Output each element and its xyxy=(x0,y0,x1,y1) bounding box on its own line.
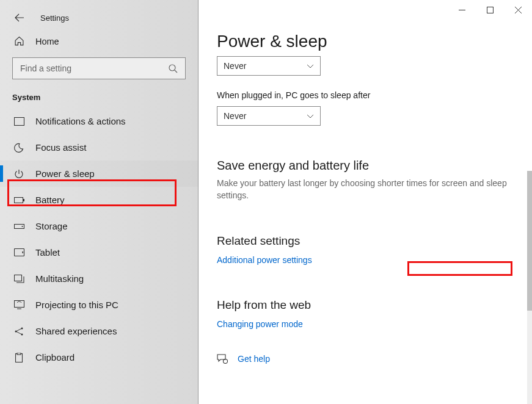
link-changing-power-mode[interactable]: Changing power mode xyxy=(217,319,303,329)
search-input[interactable] xyxy=(12,57,186,79)
link-get-help[interactable]: Get help xyxy=(238,354,270,364)
sidebar-item-storage[interactable]: Storage xyxy=(0,213,198,239)
sidebar-item-label: Notifications & actions xyxy=(35,116,126,126)
screen-sleep-dropdown[interactable]: Never xyxy=(217,56,321,76)
sidebar: Settings Home System Notifications & act… xyxy=(0,0,199,404)
sidebar-category: System xyxy=(0,87,198,108)
sidebar-item-multitasking[interactable]: Multitasking xyxy=(0,265,198,292)
sidebar-item-label: Power & sleep xyxy=(35,168,95,179)
section-desc-energy: Make your battery last longer by choosin… xyxy=(217,178,510,201)
svg-rect-16 xyxy=(487,7,493,13)
svg-rect-8 xyxy=(14,275,21,281)
svg-rect-14 xyxy=(17,353,21,355)
sidebar-item-focus-assist[interactable]: Focus assist xyxy=(0,134,198,161)
highlight-link xyxy=(407,261,512,276)
back-button[interactable] xyxy=(13,12,26,24)
home-icon xyxy=(13,36,24,46)
sidebar-item-label: Clipboard xyxy=(35,352,75,363)
sidebar-item-label: Shared experiences xyxy=(35,326,117,336)
sleep-plugged-dropdown[interactable]: Never xyxy=(217,106,321,126)
chevron-down-icon xyxy=(307,64,314,68)
multitasking-icon xyxy=(13,275,24,283)
storage-icon xyxy=(13,224,24,229)
svg-rect-13 xyxy=(16,353,23,362)
sidebar-item-projecting[interactable]: Projecting to this PC xyxy=(0,292,198,318)
section-title-energy: Save energy and battery life xyxy=(217,159,532,173)
sidebar-item-label: Storage xyxy=(35,221,68,231)
notifications-icon xyxy=(13,117,24,126)
svg-rect-7 xyxy=(22,251,23,253)
sidebar-item-battery[interactable]: Battery xyxy=(0,187,198,213)
main-content: Power & sleep Never When plugged in, PC … xyxy=(199,0,532,404)
search-field[interactable] xyxy=(20,63,168,73)
link-additional-power[interactable]: Additional power settings xyxy=(217,255,312,265)
svg-rect-15 xyxy=(459,10,465,10)
shared-icon xyxy=(13,326,24,336)
power-icon xyxy=(13,169,24,179)
sidebar-item-label: Multitasking xyxy=(35,273,84,284)
sidebar-item-tablet[interactable]: Tablet xyxy=(0,239,198,265)
search-icon xyxy=(168,63,178,73)
moon-icon xyxy=(13,143,24,153)
sidebar-item-notifications[interactable]: Notifications & actions xyxy=(0,108,198,134)
chat-icon xyxy=(217,354,229,364)
dropdown-value: Never xyxy=(224,111,246,121)
sidebar-item-clipboard[interactable]: Clipboard xyxy=(0,344,198,370)
maximize-button[interactable] xyxy=(476,0,504,20)
svg-point-5 xyxy=(21,226,23,227)
sidebar-item-label: Projecting to this PC xyxy=(35,300,118,310)
home-label: Home xyxy=(35,37,59,46)
sidebar-item-label: Focus assist xyxy=(35,142,86,153)
sidebar-item-label: Tablet xyxy=(35,247,60,258)
window-title: Settings xyxy=(40,13,69,23)
svg-rect-1 xyxy=(14,117,24,125)
tablet-icon xyxy=(13,248,24,256)
projecting-icon xyxy=(13,300,24,309)
arrow-left-icon xyxy=(15,13,24,23)
clipboard-icon xyxy=(13,353,24,363)
svg-point-0 xyxy=(169,65,175,71)
battery-icon xyxy=(13,197,24,203)
svg-rect-3 xyxy=(23,199,24,201)
scrollbar[interactable] xyxy=(527,171,532,404)
close-button[interactable] xyxy=(504,0,532,20)
sidebar-home[interactable]: Home xyxy=(0,30,198,52)
minimize-button[interactable] xyxy=(448,0,476,20)
scrollbar-thumb[interactable] xyxy=(527,171,532,311)
sidebar-item-label: Battery xyxy=(35,195,65,205)
chevron-down-icon xyxy=(307,114,314,118)
sidebar-item-shared[interactable]: Shared experiences xyxy=(0,318,198,344)
dropdown-value: Never xyxy=(224,61,246,71)
section-title-webhelp: Help from the web xyxy=(217,298,532,312)
section-title-related: Related settings xyxy=(217,234,532,248)
sidebar-item-power-sleep[interactable]: Power & sleep xyxy=(0,161,198,187)
svg-rect-2 xyxy=(14,197,23,203)
sleep-plugged-label: When plugged in, PC goes to sleep after xyxy=(217,90,532,100)
